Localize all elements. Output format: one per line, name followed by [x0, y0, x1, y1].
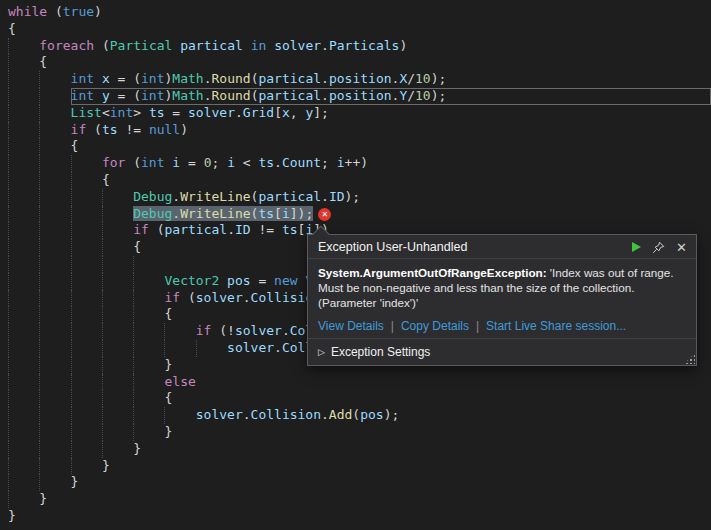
code-token: );	[431, 71, 447, 86]
code-line[interactable]: List<int> ts = solver.Grid[x, y];	[8, 105, 711, 122]
code-token: int	[110, 105, 133, 120]
line-content: foreach (Partical partical in solver.Par…	[39, 38, 711, 55]
code-line[interactable]: if (ts != null)	[8, 122, 711, 139]
code-line[interactable]: foreach (Partical partical in solver.Par…	[8, 38, 711, 55]
exception-error-icon[interactable]: ✕	[318, 208, 331, 221]
exception-settings-row[interactable]: ▷ Exception Settings	[308, 338, 696, 365]
code-token: }	[164, 357, 172, 372]
code-line[interactable]: Debug.WriteLine(partical.ID);	[8, 189, 711, 206]
code-token: Math	[172, 88, 203, 103]
indent-guide	[39, 71, 70, 88]
code-line[interactable]: }	[8, 441, 711, 458]
code-line[interactable]: }	[8, 424, 711, 441]
indent-guide	[39, 222, 70, 239]
code-line[interactable]: {	[8, 54, 711, 71]
indent-guide	[8, 290, 39, 307]
code-token	[219, 273, 227, 288]
code-token: int	[141, 155, 164, 170]
code-token: Debug	[133, 189, 172, 204]
popup-title: Exception User-Unhandled	[318, 240, 621, 254]
code-line[interactable]: }	[8, 491, 711, 508]
code-token: 10	[415, 71, 431, 86]
indent-guide	[8, 239, 39, 256]
indent-guide	[8, 105, 39, 122]
indent-guide	[8, 206, 39, 223]
code-line[interactable]: int x = (int)Math.Round(partical.positio…	[8, 71, 711, 88]
indent-guide	[71, 189, 102, 206]
exception-statement-highlight: Debug.WriteLine(ts[i]);	[133, 206, 313, 221]
code-line[interactable]: }	[8, 508, 711, 525]
indent-guide	[71, 340, 102, 357]
code-token: ts	[258, 155, 274, 170]
indent-guide	[39, 256, 70, 273]
code-token: new	[274, 273, 297, 288]
code-line[interactable]: while (true)	[8, 4, 711, 21]
code-line[interactable]: {	[8, 172, 711, 189]
indent-guide	[102, 323, 133, 340]
indent-guide	[8, 71, 39, 88]
code-line[interactable]: else	[8, 374, 711, 391]
code-line[interactable]: }	[8, 474, 711, 491]
indent-guide	[102, 424, 133, 441]
code-line[interactable]: {	[8, 390, 711, 407]
code-line[interactable]: for (int i = 0; i < ts.Count; i++)	[8, 155, 711, 172]
code-token: .	[321, 407, 329, 422]
code-line[interactable]: {	[8, 21, 711, 38]
indent-guide	[39, 458, 70, 475]
code-token: if	[133, 222, 149, 237]
code-token: )	[94, 4, 102, 19]
indent-guide	[8, 122, 39, 139]
code-token: partical	[258, 88, 321, 103]
indent-guide	[39, 273, 70, 290]
indent-guide	[102, 273, 133, 290]
indent-guide	[164, 340, 195, 357]
code-token: if	[71, 122, 87, 137]
code-token: y	[102, 88, 110, 103]
indent-guide	[133, 390, 164, 407]
code-editor[interactable]: while (true){foreach (Partical partical …	[0, 0, 711, 530]
close-icon[interactable]: ✕	[676, 241, 687, 254]
exception-type: System.ArgumentOutOfRangeException:	[318, 266, 547, 279]
code-token: solver	[274, 38, 321, 53]
exception-settings-label: Exception Settings	[331, 345, 430, 359]
line-content: {	[102, 172, 711, 189]
indent-guide	[71, 273, 102, 290]
code-token: )	[180, 122, 188, 137]
code-token: solver	[196, 290, 243, 305]
code-token: .	[172, 189, 180, 204]
code-line[interactable]: solver.Collision.Add(pos);	[8, 407, 711, 424]
continue-button[interactable]	[632, 242, 641, 252]
indent-guide	[196, 340, 227, 357]
link-separator: |	[476, 319, 479, 333]
indent-guide	[39, 138, 70, 155]
indent-guide	[39, 239, 70, 256]
code-token: .	[274, 155, 282, 170]
code-token	[94, 88, 102, 103]
line-content: if (ts != null)	[71, 122, 711, 139]
code-line[interactable]: Debug.WriteLine(ts[i]);✕	[8, 206, 711, 223]
code-token: (	[94, 38, 110, 53]
code-token: ]);	[290, 206, 313, 221]
copy-details-link[interactable]: Copy Details	[401, 319, 469, 333]
popup-header[interactable]: Exception User-Unhandled ✕	[308, 235, 696, 259]
indent-guide	[39, 474, 70, 491]
code-token: WriteLine	[180, 189, 250, 204]
indent-guide	[133, 256, 164, 273]
pin-icon[interactable]	[652, 241, 665, 254]
code-token: {	[164, 390, 172, 405]
indent-guide	[102, 256, 133, 273]
indent-guide	[71, 306, 102, 323]
code-token: ts	[102, 122, 118, 137]
code-token: .	[227, 222, 235, 237]
code-token: {	[102, 172, 110, 187]
code-line[interactable]: {	[8, 138, 711, 155]
code-token: ++)	[345, 155, 368, 170]
code-token: {	[8, 21, 16, 36]
view-details-link[interactable]: View Details	[318, 319, 384, 333]
indent-guide	[39, 155, 70, 172]
code-line[interactable]: int y = (int)Math.Round(partical.positio…	[8, 88, 711, 105]
indent-guide	[39, 374, 70, 391]
indent-guide	[8, 155, 39, 172]
code-line[interactable]: }	[8, 458, 711, 475]
live-share-link[interactable]: Start Live Share session...	[486, 319, 626, 333]
